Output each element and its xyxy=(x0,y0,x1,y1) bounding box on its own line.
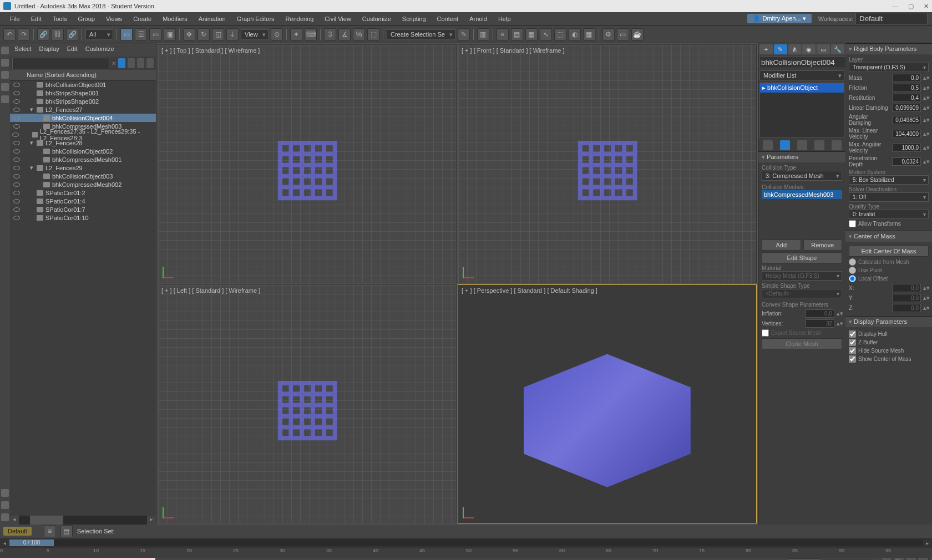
lin-damp-value[interactable]: 0,099609 xyxy=(892,104,921,112)
select-by-name-button[interactable]: ☰ xyxy=(135,28,147,40)
modifier-stack[interactable]: ▸ bhkCollisionObject xyxy=(759,83,844,138)
expand-toggle[interactable]: ▾ xyxy=(29,164,34,171)
max-av-value[interactable]: 1000,0 xyxy=(892,144,921,152)
eye-icon[interactable] xyxy=(13,99,20,104)
remove-button[interactable]: Remove xyxy=(803,240,843,251)
eye-icon[interactable] xyxy=(13,216,20,220)
quality-drop[interactable]: 0: Invalid xyxy=(849,210,929,219)
eye-icon[interactable] xyxy=(13,83,20,87)
ang-damp-value[interactable]: 0,049805 xyxy=(892,116,921,124)
rendered-frame-button[interactable]: ▭ xyxy=(617,28,629,40)
move-button[interactable]: ✥ xyxy=(183,28,195,40)
restitution-value[interactable]: 0,4 xyxy=(892,94,921,102)
max-lv-value[interactable]: 104,4000 xyxy=(892,130,921,138)
rigid-body-rollout[interactable]: Rigid Body Parameters xyxy=(845,43,932,54)
close-button[interactable]: ✕ xyxy=(924,3,929,10)
redo-button[interactable]: ↷ xyxy=(18,28,30,40)
eye-icon[interactable] xyxy=(13,116,20,120)
layer-drop[interactable]: Transparent (O,F3,S) xyxy=(849,63,929,72)
toggle-xview-button[interactable]: ▦ xyxy=(525,28,538,40)
link-button[interactable]: 🔗 xyxy=(37,28,49,40)
eye-icon[interactable] xyxy=(12,133,19,137)
snap-toggle-button[interactable]: 3 xyxy=(324,28,336,40)
viewport-label[interactable]: [ + ] [ Left ] [ Standard ] [ Wireframe … xyxy=(161,287,260,294)
manipulate-button[interactable]: ✦ xyxy=(290,28,302,40)
scene-row[interactable]: bhkCollisionObject002 xyxy=(10,147,156,155)
motion-tab-icon[interactable]: ◉ xyxy=(802,44,816,54)
scene-row[interactable]: bhkCompressedMesh001 xyxy=(10,155,156,164)
com-x-value[interactable]: 0,0 xyxy=(892,284,921,292)
curve-editor-button[interactable]: ∿ xyxy=(540,28,552,40)
menu-arnold[interactable]: Arnold xyxy=(464,13,493,24)
menu-group[interactable]: Group xyxy=(72,13,100,24)
named-selection-drop[interactable]: Create Selection Se xyxy=(387,29,455,39)
scale-button[interactable]: ◱ xyxy=(212,28,224,40)
eye-icon[interactable] xyxy=(13,174,20,179)
scene-row[interactable]: bhkCollisionObject001 xyxy=(10,80,156,89)
display-params-rollout[interactable]: Display Parameters xyxy=(845,316,932,327)
viewport-perspective[interactable]: [ + ] [ Perspective ] [ Standard ] [ Def… xyxy=(458,284,757,523)
allow-transforms-checkbox[interactable] xyxy=(849,220,856,227)
menu-scripting[interactable]: Scripting xyxy=(397,13,432,24)
configure-mod-button[interactable] xyxy=(832,140,842,150)
object-name-input[interactable] xyxy=(759,57,857,68)
scene-row[interactable]: ▾L2_Fences29 xyxy=(10,164,156,172)
spinner-icon[interactable]: ▴▾ xyxy=(837,320,842,327)
scene-row[interactable]: bhkCollisionObject004 xyxy=(10,114,156,122)
place-button[interactable]: ⇣ xyxy=(226,28,239,40)
menu-create[interactable]: Create xyxy=(128,13,157,24)
menu-rendering[interactable]: Rendering xyxy=(280,13,320,24)
filter-select-button[interactable] xyxy=(118,58,125,68)
material-drop[interactable]: Heavy Metal (O,F3,S) xyxy=(762,271,842,281)
slate-button[interactable]: ▦ xyxy=(583,28,595,40)
left-icon[interactable] xyxy=(1,95,9,103)
hierarchy-tab-icon[interactable]: ⋔ xyxy=(788,44,802,54)
menu-help[interactable]: Help xyxy=(493,13,516,24)
minimize-button[interactable]: — xyxy=(892,3,898,10)
scene-row[interactable]: bhkCollisionObject003 xyxy=(10,172,156,180)
export-source-checkbox[interactable] xyxy=(762,329,769,337)
user-button[interactable]: 👤 Dmitry Apen... ▾ xyxy=(747,14,811,23)
maximize-button[interactable]: ▢ xyxy=(908,3,914,10)
render-setup-button[interactable]: ⚙ xyxy=(602,28,615,40)
scene-row[interactable]: L2_Fences27:35 - L2_Fences29:35 - L2_Fen… xyxy=(10,130,156,139)
eye-icon[interactable] xyxy=(13,141,20,145)
script-listener[interactable]: subobjectLevel = 0 MAXScript Mini Listen… xyxy=(0,558,155,560)
scene-row[interactable]: SPatioCor01:2 xyxy=(10,189,156,197)
workspaces-input[interactable] xyxy=(855,13,928,24)
scene-hscrollbar[interactable]: ◂▸ xyxy=(10,516,156,525)
kbd-shortcut-button[interactable]: ⌨ xyxy=(305,28,317,40)
show-com-checkbox[interactable] xyxy=(849,355,856,363)
align-button[interactable]: ≡ xyxy=(497,28,509,40)
solver-drop[interactable]: 1: Off xyxy=(849,192,929,202)
eye-icon[interactable] xyxy=(13,207,20,212)
menu-content[interactable]: Content xyxy=(432,13,464,24)
eye-icon[interactable] xyxy=(13,108,20,112)
eye-icon[interactable] xyxy=(13,124,20,129)
layer-button[interactable]: ▤ xyxy=(511,28,523,40)
scene-row[interactable]: bhkStripsShape001 xyxy=(10,89,156,97)
unlink-button[interactable]: ⛓ xyxy=(52,28,64,40)
bind-button[interactable]: 🔗 xyxy=(66,28,78,40)
schematic-button[interactable]: ⬚ xyxy=(554,28,566,40)
remove-mod-button[interactable] xyxy=(814,140,824,150)
viewport-top[interactable]: [ + ] [ Top ] [ Standard ] [ Wireframe ]… xyxy=(158,44,457,283)
menu-graph-editors[interactable]: Graph Editors xyxy=(231,13,280,24)
selection-filter-drop[interactable]: All xyxy=(85,29,113,39)
modifier-list-drop[interactable]: Modifier List xyxy=(759,70,844,80)
clone-mesh-button[interactable]: Clone Mesh xyxy=(762,338,842,349)
viewport-front[interactable]: [ + ] [ Front ] [ Standard ] [ Wireframe… xyxy=(458,44,757,283)
create-tab-icon[interactable]: + xyxy=(759,44,773,54)
com-z-value[interactable]: 0,0 xyxy=(892,304,921,312)
clear-search-icon[interactable]: ✕ xyxy=(112,60,116,67)
select-object-button[interactable]: ▭ xyxy=(120,28,133,40)
collision-type-drop[interactable]: 3: Compressed Mesh xyxy=(762,171,842,181)
show-result-button[interactable] xyxy=(780,140,790,150)
expand-toggle[interactable]: ▾ xyxy=(29,106,34,113)
edit-com-button[interactable]: Edit Center Of Mass xyxy=(849,246,929,257)
collision-mesh-item[interactable]: bhkCompressedMesh003 xyxy=(762,190,842,199)
hammer-icon[interactable] xyxy=(1,501,9,509)
spinner-snap-button[interactable]: ⬚ xyxy=(367,28,379,40)
rotate-button[interactable]: ↻ xyxy=(197,28,210,40)
tag-icon[interactable] xyxy=(1,513,9,521)
